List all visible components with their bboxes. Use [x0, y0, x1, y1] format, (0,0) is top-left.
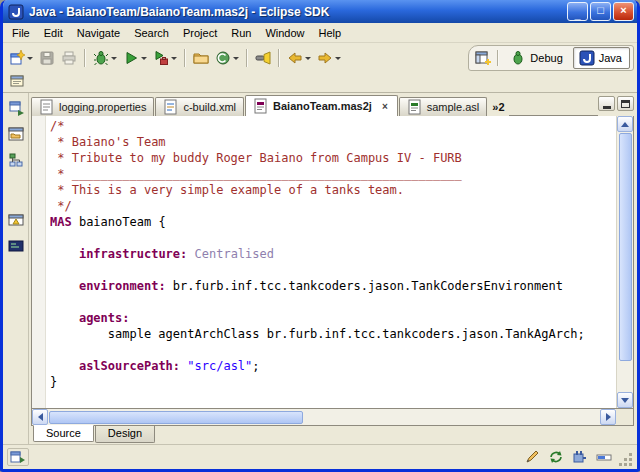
toolbar-separator	[84, 49, 86, 67]
back-icon	[287, 50, 303, 66]
editor-page-tabs: Source Design	[31, 426, 634, 444]
tab-label: c-build.xml	[183, 101, 236, 113]
scroll-up-button[interactable]	[617, 116, 633, 132]
new-wizard-button[interactable]	[6, 47, 36, 69]
console-view-button[interactable]	[6, 236, 26, 256]
editor-body: /* * Baiano's Team * Tribute to my buddy…	[31, 116, 634, 409]
maximize-button[interactable]: □	[590, 2, 611, 21]
minimize-icon	[603, 106, 611, 109]
tab-logging-properties[interactable]: logging.properties	[31, 97, 154, 116]
tab-label: logging.properties	[59, 101, 146, 113]
fast-view-bar-icon	[10, 449, 26, 465]
menu-search[interactable]: Search	[127, 24, 176, 42]
type-hierarchy-button[interactable]	[6, 150, 26, 170]
problems-view-button[interactable]	[6, 210, 26, 230]
tab-sample-asl[interactable]: sample.asl	[399, 97, 488, 116]
tab-label: sample.asl	[427, 101, 480, 113]
toolbar-separator	[184, 49, 186, 67]
print-button[interactable]	[58, 47, 80, 69]
tab-baianoteam-mas2j[interactable]: BaianoTeam.mas2j ×	[245, 95, 398, 116]
status-bar	[3, 444, 637, 469]
properties-file-icon	[39, 99, 55, 115]
scroll-right-button[interactable]	[600, 409, 616, 425]
toolbar-separator	[497, 50, 499, 66]
annotation-ruler[interactable]	[32, 116, 46, 408]
run-button[interactable]	[120, 47, 150, 69]
new-java-project-button[interactable]	[190, 47, 212, 69]
editor-tab-bar: logging.properties c-build.xml	[31, 95, 634, 116]
menu-run[interactable]: Run	[224, 24, 258, 42]
scrollbar-corner	[616, 409, 633, 425]
plugin-status-button[interactable]	[571, 448, 589, 466]
plugin-status-icon	[572, 449, 588, 465]
debug-icon	[93, 50, 109, 66]
debug-perspective-icon	[510, 50, 526, 66]
chevron-down-icon	[305, 57, 311, 60]
title-bar[interactable]: Java - BaianoTeam/BaianoTeam.mas2j - Ecl…	[3, 0, 637, 23]
minimize-editor-button[interactable]	[598, 96, 615, 111]
pin-editor-icon	[9, 73, 25, 89]
close-button[interactable]: ×	[613, 2, 634, 21]
run-icon	[123, 50, 139, 66]
fast-view-bar-button[interactable]	[7, 448, 29, 466]
chevron-down-icon	[111, 57, 117, 60]
horizontal-scroll-thumb[interactable]	[49, 411, 303, 424]
pin-editor-button[interactable]	[6, 70, 28, 92]
chevron-down-icon	[27, 57, 33, 60]
arrow-left-icon	[38, 413, 43, 421]
tab-source[interactable]: Source	[33, 425, 94, 442]
search-icon	[255, 50, 271, 66]
scroll-left-button[interactable]	[32, 409, 48, 425]
menu-window[interactable]: Window	[258, 24, 311, 42]
vertical-scrollbar[interactable]	[616, 116, 633, 408]
debug-perspective-button[interactable]: Debug	[504, 47, 570, 69]
debug-button[interactable]	[90, 47, 120, 69]
new-class-icon	[215, 50, 231, 66]
open-perspective-button[interactable]	[472, 47, 494, 69]
vertical-scroll-thumb[interactable]	[619, 133, 632, 361]
sync-status-button[interactable]	[547, 448, 565, 466]
tab-c-build-xml[interactable]: c-build.xml	[155, 97, 244, 116]
restore-views-button[interactable]	[6, 98, 26, 118]
resize-grip[interactable]	[619, 453, 633, 467]
menu-project[interactable]: Project	[176, 24, 224, 42]
forward-button[interactable]	[314, 47, 344, 69]
minimize-button[interactable]: _	[567, 2, 588, 21]
chevron-down-icon	[233, 57, 239, 60]
java-perspective-button[interactable]: Java	[573, 47, 630, 69]
back-button[interactable]	[284, 47, 314, 69]
maximize-icon	[621, 100, 630, 108]
tab-design[interactable]: Design	[95, 426, 155, 443]
external-tools-button[interactable]	[150, 47, 180, 69]
workbench-main: logging.properties c-build.xml	[3, 93, 637, 444]
horizontal-scroll-track[interactable]	[48, 409, 600, 425]
new-class-button[interactable]	[212, 47, 242, 69]
save-button[interactable]	[36, 47, 58, 69]
menu-file[interactable]: File	[5, 24, 37, 42]
menu-help[interactable]: Help	[312, 24, 349, 42]
menu-edit[interactable]: Edit	[37, 24, 70, 42]
maximize-editor-button[interactable]	[617, 96, 634, 111]
horizontal-scrollbar[interactable]	[31, 409, 634, 426]
chevron-down-icon	[171, 57, 177, 60]
code-editor[interactable]: /* * Baiano's Team * Tribute to my buddy…	[46, 116, 616, 408]
package-explorer-button[interactable]	[6, 124, 26, 144]
sync-status-icon	[548, 449, 564, 465]
search-button[interactable]	[252, 47, 274, 69]
progress-status-button[interactable]	[595, 448, 613, 466]
tab-close-icon[interactable]: ×	[380, 101, 390, 112]
app-icon	[8, 4, 24, 20]
menu-navigate[interactable]: Navigate	[70, 24, 127, 42]
tab-label: BaianoTeam.mas2j	[273, 100, 372, 112]
editor-controls	[598, 96, 634, 111]
fast-view-bar	[3, 93, 29, 444]
tab-overflow-chevron[interactable]: »2	[492, 101, 504, 113]
writable-status-button[interactable]	[523, 448, 541, 466]
scroll-down-button[interactable]	[617, 392, 633, 408]
problems-view-icon	[8, 212, 24, 228]
open-perspective-icon	[475, 50, 491, 66]
new-java-project-icon	[193, 50, 209, 66]
restore-views-icon	[8, 100, 24, 116]
menu-bar: File Edit Navigate Search Project Run Wi…	[3, 23, 637, 43]
toolbar-separator	[246, 49, 248, 67]
